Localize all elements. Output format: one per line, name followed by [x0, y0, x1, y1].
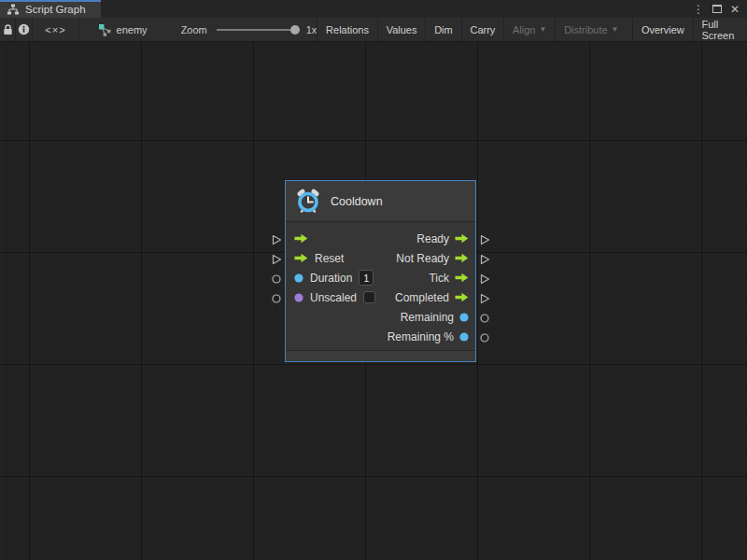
button-label: Align [513, 24, 535, 35]
toolbar-buttons: Relations Values Dim Carry Align ▼ Distr… [317, 18, 747, 41]
zoom-control: Zoom 1x [181, 18, 317, 41]
port-label: Ready [416, 232, 449, 245]
close-icon[interactable]: ✕ [730, 4, 740, 15]
port-label: Unscaled [310, 291, 357, 304]
graph-nodes-icon [98, 23, 111, 36]
ext-flow-port-completed[interactable] [479, 293, 490, 304]
button-label: Overview [641, 24, 684, 35]
value-dot-icon [459, 313, 469, 322]
node-title: Cooldown [331, 195, 383, 208]
chevron-down-icon: ▼ [612, 26, 619, 34]
values-button[interactable]: Values [378, 18, 426, 41]
alarm-clock-icon [294, 188, 322, 216]
zoom-value: 1x [306, 24, 317, 35]
zoom-slider-handle[interactable] [290, 25, 300, 35]
graph-canvas[interactable]: Cooldown Ready Reset [0, 42, 747, 560]
button-label: Distribute [564, 24, 607, 35]
info-button[interactable] [16, 18, 32, 41]
info-icon [18, 23, 30, 35]
port-duration[interactable]: Duration 1 [294, 270, 374, 286]
ext-flow-port-tick[interactable] [479, 273, 490, 285]
port-label: Not Ready [396, 252, 449, 265]
button-label: Carry [470, 24, 495, 35]
port-completed[interactable]: Completed [395, 291, 469, 304]
port-label: Completed [395, 291, 449, 304]
flow-arrow-icon [294, 253, 308, 263]
node-header[interactable]: Cooldown [286, 181, 475, 222]
node-footer [286, 350, 475, 361]
breadcrumb-label: enemy [117, 24, 148, 35]
tab-script-graph[interactable]: Script Graph [0, 0, 101, 18]
node-body: Ready Reset Not Ready [286, 222, 475, 350]
code-button[interactable]: <×> [33, 18, 78, 41]
port-unscaled[interactable]: Unscaled [294, 291, 375, 304]
port-reset[interactable]: Reset [294, 252, 344, 265]
distribute-button: Distribute ▼ [556, 18, 627, 41]
ext-flow-port-enter[interactable] [271, 234, 282, 245]
port-row: Unscaled Completed [286, 287, 475, 307]
unscaled-checkbox[interactable] [363, 291, 375, 303]
button-label: Full Screen [701, 19, 739, 41]
flow-arrow-icon [294, 233, 308, 244]
ext-value-port-remaining[interactable] [479, 313, 490, 324]
maximize-icon[interactable] [712, 5, 722, 13]
ext-value-port-remaining-percent[interactable] [479, 332, 490, 343]
graph-toolbar: <×> enemy Zoom 1x Relations Values [0, 18, 747, 42]
zoom-slider[interactable] [217, 29, 295, 31]
chevron-down-icon: ▼ [540, 26, 547, 34]
overview-button[interactable]: Overview [633, 18, 693, 41]
window-controls: ⋮ ✕ [693, 0, 747, 18]
port-row: Reset Not Ready [286, 248, 475, 268]
ext-flow-port-ready[interactable] [479, 234, 490, 245]
relations-button[interactable]: Relations [317, 18, 377, 41]
ext-flow-port-not-ready[interactable] [479, 254, 490, 265]
toolbar-separator [78, 18, 79, 41]
port-label: Duration [310, 272, 352, 285]
flow-arrow-icon [455, 233, 469, 244]
breadcrumb[interactable]: enemy [98, 18, 148, 41]
port-label: Remaining % [388, 330, 454, 343]
value-dot-icon [459, 332, 469, 342]
dim-button[interactable]: Dim [426, 18, 461, 41]
full-screen-button[interactable]: Full Screen [693, 18, 747, 41]
carry-button[interactable]: Carry [461, 18, 503, 41]
port-ready[interactable]: Ready [416, 232, 469, 245]
port-remaining[interactable]: Remaining [401, 311, 469, 324]
lock-button[interactable] [0, 18, 15, 41]
window-menu-icon[interactable]: ⋮ [693, 4, 704, 15]
value-dot-icon [294, 273, 303, 283]
flow-arrow-icon [455, 273, 469, 283]
port-label: Remaining [401, 311, 454, 324]
button-label: Values [387, 24, 417, 35]
value-dot-icon [294, 293, 303, 302]
ext-value-port-duration[interactable] [271, 273, 282, 285]
port-not-ready[interactable]: Not Ready [396, 252, 469, 265]
cooldown-node[interactable]: Cooldown Ready Reset [285, 180, 476, 362]
flow-arrow-icon [455, 253, 469, 263]
button-label: Dim [434, 24, 453, 35]
graph-icon [7, 3, 20, 16]
port-row: Remaining % [286, 327, 475, 346]
tab-bar: Script Graph ⋮ ✕ [0, 0, 747, 18]
port-tick[interactable]: Tick [429, 272, 469, 285]
port-label: Tick [429, 272, 449, 285]
tab-title: Script Graph [25, 4, 86, 15]
port-row: Ready [286, 229, 475, 248]
port-row: Remaining [286, 307, 475, 327]
port-remaining-percent[interactable]: Remaining % [388, 330, 469, 343]
ext-flow-port-reset[interactable] [271, 254, 282, 265]
zoom-label: Zoom [181, 24, 207, 35]
ext-value-port-unscaled[interactable] [271, 293, 282, 304]
flow-arrow-icon [455, 292, 469, 302]
button-label: Relations [326, 24, 369, 35]
lock-icon [2, 23, 14, 36]
port-row: Duration 1 Tick [286, 268, 475, 287]
port-label: Reset [315, 252, 344, 265]
duration-input[interactable]: 1 [359, 270, 374, 286]
align-button: Align ▼ [504, 18, 555, 41]
script-graph-window: Script Graph ⋮ ✕ <×> [0, 0, 747, 560]
port-enter[interactable] [294, 233, 315, 244]
active-tab-accent [0, 0, 101, 2]
code-icon: <×> [45, 24, 65, 35]
